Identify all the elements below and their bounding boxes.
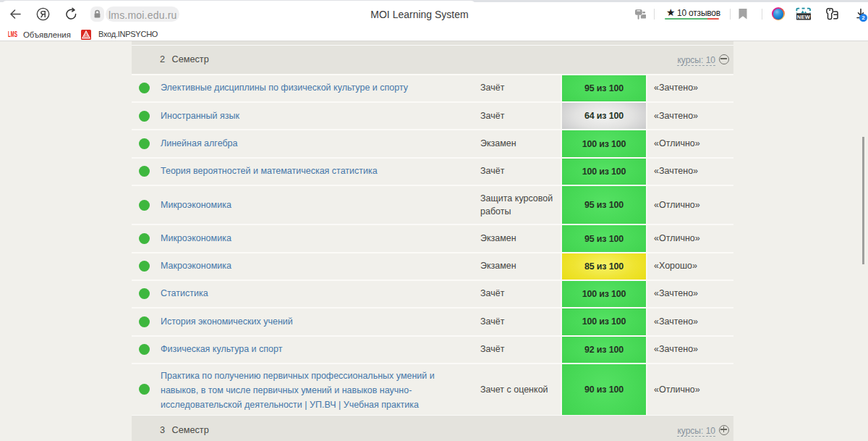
svg-text:NEW: NEW [797,14,811,20]
